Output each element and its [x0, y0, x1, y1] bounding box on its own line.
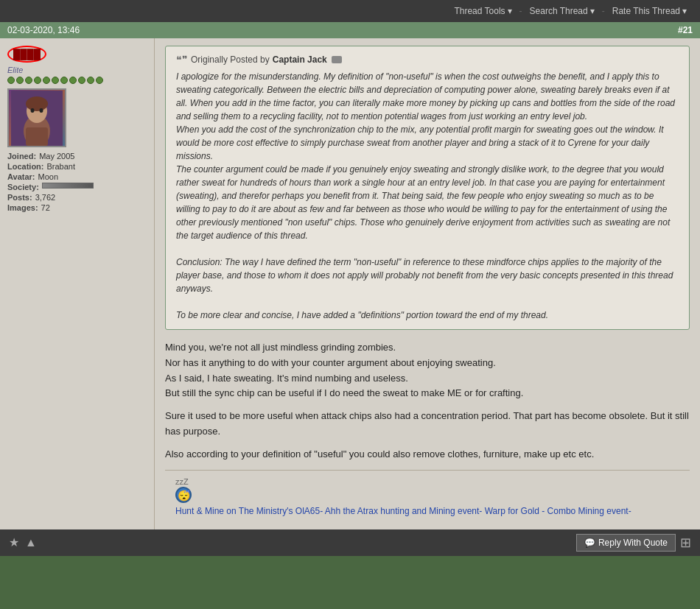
rep-bar — [7, 77, 147, 84]
thread-tools-arrow: ▾ — [508, 6, 512, 16]
rep-dot — [78, 77, 85, 84]
society-row: Society: — [7, 183, 147, 191]
rep-dot — [43, 77, 50, 84]
post-paragraph-3: Also according to your definition of "us… — [165, 447, 690, 462]
toolbar-divider-2: - — [601, 6, 606, 16]
rep-dot — [96, 77, 103, 84]
post-paragraph-1: Mind you, we're not all just mindless gr… — [165, 340, 690, 401]
rate-thread-button[interactable]: Rate This Thread ▾ — [606, 4, 693, 18]
posts-label: Posts: — [7, 193, 32, 202]
rep-dot — [87, 77, 94, 84]
toolbar-divider-1: - — [518, 6, 524, 16]
post-date: 02-03-2020, 13:46 — [7, 25, 80, 35]
rep-dot — [52, 77, 59, 84]
rep-dot — [16, 77, 24, 84]
username-link[interactable]: ████ — [7, 46, 46, 63]
bottom-bar: ★ ▲ 💬 Reply With Quote ⊞ — [0, 529, 700, 556]
star-icon[interactable]: ★ — [9, 535, 19, 549]
avatar-row: Avatar: Moon — [7, 172, 147, 181]
sig-links: Hunt & Mine on The Ministry's OlA65- Ahh… — [175, 506, 679, 516]
sig-link-2[interactable]: Ahh the Atrax hunting and Mining event- — [325, 506, 482, 516]
rate-thread-arrow: ▾ — [682, 6, 687, 16]
avatar — [7, 88, 66, 147]
user-meta: Joined: May 2005 Location: Brabant Avata… — [7, 152, 147, 212]
sig-link-3[interactable]: Warp for Gold — [485, 506, 539, 516]
bottom-left: ★ ▲ — [9, 535, 37, 549]
user-sidebar: ████ Elite — [0, 38, 155, 529]
svg-rect-6 — [26, 127, 48, 146]
post-body: ████ Elite — [0, 38, 700, 529]
alert-icon[interactable]: ▲ — [25, 536, 37, 549]
quote-author: Captain Jack — [273, 54, 327, 65]
posts-row: Posts: 3,762 — [7, 193, 147, 202]
rate-thread-label: Rate This Thread — [612, 6, 680, 16]
images-row: Images: 72 — [7, 203, 147, 212]
avatar-value: Moon — [38, 172, 59, 181]
reply-label: Reply With Quote — [598, 538, 668, 548]
sig-link-1[interactable]: Hunt & Mine on The Ministry's OlA65- — [175, 506, 323, 516]
avatar-label: Avatar: — [7, 172, 35, 181]
rep-dot — [34, 77, 41, 84]
joined-label: Joined: — [7, 152, 36, 161]
post-content: ❝❞ Originally Posted by Captain Jack I a… — [155, 38, 700, 529]
thread-tools-label: Thread Tools — [454, 6, 505, 16]
society-label: Society: — [7, 183, 39, 191]
post-container: 02-03-2020, 13:46 #21 ████ Elite — [0, 22, 700, 529]
post-paragraph-2: Sure it used to be more useful when atta… — [165, 409, 690, 440]
rep-dot — [7, 77, 15, 84]
location-value: Brabant — [47, 162, 76, 171]
extra-options-icon[interactable]: ⊞ — [680, 535, 691, 551]
search-thread-label: Search Thread — [530, 6, 588, 16]
svg-point-5 — [40, 108, 43, 113]
rep-dot — [69, 77, 77, 84]
post-number: #21 — [678, 25, 693, 35]
joined-value: May 2005 — [39, 152, 74, 161]
post-header: 02-03-2020, 13:46 #21 — [0, 22, 700, 38]
reply-with-quote-button[interactable]: 💬 Reply With Quote — [576, 534, 676, 552]
sig-zzz: zzZ — [175, 477, 189, 486]
quote-prefix: Originally Posted by — [191, 54, 270, 65]
bottom-right: 💬 Reply With Quote ⊞ — [576, 534, 691, 552]
search-thread-arrow: ▾ — [590, 6, 595, 16]
quote-header: ❝❞ Originally Posted by Captain Jack — [176, 54, 679, 66]
user-rank: Elite — [7, 66, 147, 74]
signature-area: zzZ 😴 Hunt & Mine on The Ministry's OlA6… — [165, 470, 690, 522]
images-label: Images: — [7, 203, 38, 212]
location-row: Location: Brabant — [7, 162, 147, 171]
quote-block: ❝❞ Originally Posted by Captain Jack I a… — [165, 46, 690, 330]
posts-value: 3,762 — [35, 193, 56, 202]
svg-point-3 — [26, 96, 48, 111]
quote-view-icon — [332, 56, 342, 63]
search-thread-button[interactable]: Search Thread ▾ — [524, 4, 601, 18]
top-toolbar: Thread Tools ▾ - Search Thread ▾ - Rate … — [0, 0, 700, 22]
images-value: 72 — [41, 203, 50, 212]
society-bar — [42, 183, 94, 189]
thread-tools-button[interactable]: Thread Tools ▾ — [448, 4, 517, 18]
sig-zzz-row: zzZ 😴 — [175, 476, 679, 503]
sig-link-4[interactable]: Combo Mining event- — [547, 506, 631, 516]
svg-point-4 — [31, 108, 35, 113]
sig-face-icon: 😴 — [175, 487, 192, 503]
rep-dot — [60, 77, 68, 84]
quote-icon: ❝❞ — [176, 54, 188, 66]
joined-row: Joined: May 2005 — [7, 152, 147, 161]
post-text: Mind you, we're not all just mindless gr… — [165, 340, 690, 462]
quote-text: I apologize for the misunderstanding. My… — [176, 70, 679, 322]
rep-dot — [25, 77, 32, 84]
reply-icon: 💬 — [584, 538, 595, 548]
location-label: Location: — [7, 162, 44, 171]
